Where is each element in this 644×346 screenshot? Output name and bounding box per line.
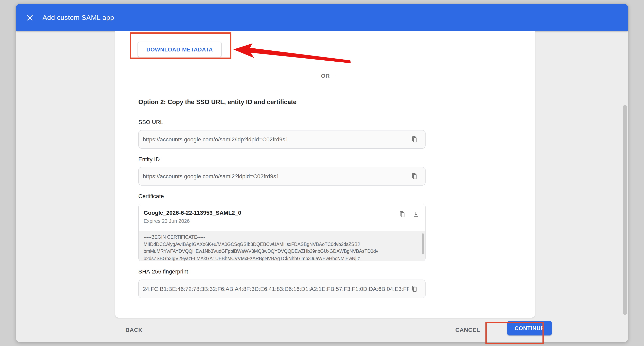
divider-line-right (336, 76, 512, 76)
entity-id-value: https://accounts.google.com/o/saml2?idpi… (143, 173, 409, 180)
download-icon (412, 211, 419, 218)
certificate-copy-button[interactable] (397, 209, 407, 220)
sha256-label: SHA-256 fingerprint (138, 268, 188, 275)
certificate-scrollbar[interactable] (422, 233, 424, 254)
add-custom-saml-app-dialog: Add custom SAML app DOWNLOAD METADATA OR… (16, 4, 628, 342)
sha256-copy-button[interactable] (409, 284, 420, 294)
certificate-download-button[interactable] (410, 209, 421, 220)
close-icon (26, 14, 34, 21)
certificate-line: bmMuMRYwFAYDVQQHEw1Nb3VudGFpbiBWaWV3MQ8w… (144, 248, 418, 255)
copy-icon (399, 211, 405, 218)
option2-heading: Option 2: Copy the SSO URL, entity ID an… (138, 98, 296, 106)
copy-icon (411, 285, 418, 292)
sso-url-label: SSO URL (138, 119, 163, 125)
dialog-footer: BACK CANCEL CONTINUE (16, 318, 628, 342)
sha256-value: 24:FC:B1:BE:46:72:78:3B:32:F6:AB:A4:8F:3… (143, 286, 409, 292)
download-metadata-button[interactable]: DOWNLOAD METADATA (138, 42, 222, 57)
certificate-expiry: Expires 23 Jun 2026 (144, 218, 190, 224)
screen: Add custom SAML app DOWNLOAD METADATA OR… (0, 0, 644, 346)
sso-url-field: https://accounts.google.com/o/saml2/idp?… (138, 130, 426, 149)
back-button[interactable]: BACK (126, 326, 142, 333)
or-label: OR (315, 73, 336, 79)
certificate-label: Certificate (138, 193, 164, 199)
dialog-scrollbar[interactable] (623, 105, 627, 315)
certificate-line: -----BEGIN CERTIFICATE----- (144, 234, 418, 241)
certificate-line: b2dsZSBGb3IgV29yazELMAkGA1UEBhMCVVMxEzAR… (144, 255, 418, 261)
divider-line-left (138, 76, 315, 76)
copy-icon (411, 136, 418, 143)
dialog-header: Add custom SAML app (16, 4, 628, 31)
entity-id-field: https://accounts.google.com/o/saml2?idpi… (138, 167, 426, 186)
sso-url-value: https://accounts.google.com/o/saml2/idp?… (143, 136, 409, 143)
close-button[interactable] (23, 11, 37, 25)
or-divider: OR (138, 72, 512, 80)
content-card: DOWNLOAD METADATA OR Option 2: Copy the … (115, 31, 535, 318)
cancel-button[interactable]: CANCEL (455, 326, 480, 333)
sha256-field: 24:FC:B1:BE:46:72:78:3B:32:F6:AB:A4:8F:3… (138, 280, 426, 298)
certificate-body: -----BEGIN CERTIFICATE----- MIIDdDCCAlyg… (139, 231, 425, 261)
certificate-header: Google_2026-6-22-113953_SAML2_0 Expires … (139, 204, 425, 231)
entity-id-label: Entity ID (138, 156, 160, 162)
copy-icon (411, 172, 418, 180)
certificate-card: Google_2026-6-22-113953_SAML2_0 Expires … (138, 204, 426, 261)
certificate-actions (397, 209, 421, 220)
sso-url-copy-button[interactable] (409, 134, 420, 145)
dialog-title: Add custom SAML app (42, 14, 114, 22)
certificate-line: MIIDdDCCAlygAwIBAgIGAXo6K+u/MA0GCSqGSIb3… (144, 241, 418, 248)
certificate-name: Google_2026-6-22-113953_SAML2_0 (144, 210, 241, 216)
entity-id-copy-button[interactable] (409, 171, 420, 182)
continue-button[interactable]: CONTINUE (507, 321, 552, 335)
